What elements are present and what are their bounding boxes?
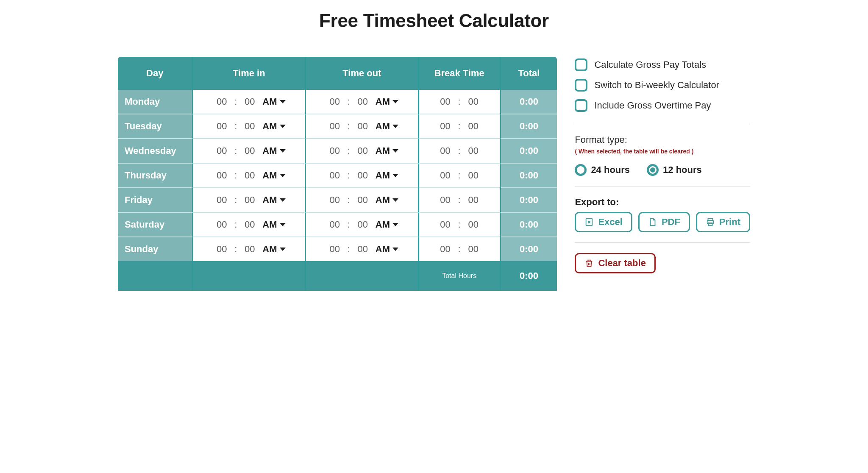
break-minutes-input[interactable] [464, 194, 483, 206]
break-hours-input[interactable] [436, 219, 455, 231]
time-in-minutes-input[interactable] [240, 219, 259, 231]
time-in-ampm-select[interactable]: AM [262, 145, 285, 156]
colon: : [348, 145, 350, 156]
radio-dot-icon [650, 167, 655, 173]
time-in-cell: :AM [193, 139, 306, 164]
time-out-ampm-select[interactable]: AM [376, 170, 398, 181]
colon: : [458, 219, 461, 230]
break-minutes-input[interactable] [464, 243, 483, 255]
export-excel-button[interactable]: Excel [575, 212, 632, 232]
chevron-down-icon [392, 174, 398, 177]
day-cell: Friday [118, 188, 193, 213]
chevron-down-icon [280, 198, 286, 202]
time-out-minutes-input[interactable] [353, 219, 372, 231]
time-in-hours-input[interactable] [212, 120, 231, 132]
time-in-ampm-select[interactable]: AM [262, 121, 285, 132]
time-out-ampm-select[interactable]: AM [376, 145, 398, 156]
time-out-ampm-select[interactable]: AM [376, 244, 398, 255]
ampm-label: AM [376, 244, 390, 255]
break-hours-input[interactable] [436, 96, 455, 108]
time-in-cell: :AM [193, 188, 306, 213]
footer-spacer-3 [306, 261, 419, 291]
time-out-minutes-input[interactable] [353, 243, 372, 255]
time-out-hours-input[interactable] [326, 243, 344, 255]
pdf-icon [648, 217, 657, 227]
break-hours-input[interactable] [436, 145, 455, 157]
time-in-minutes-input[interactable] [240, 194, 259, 206]
time-in-ampm-select[interactable]: AM [262, 219, 285, 230]
time-out-minutes-input[interactable] [353, 96, 372, 108]
time-out-hours-input[interactable] [326, 194, 344, 206]
time-out-minutes-input[interactable] [353, 170, 372, 181]
radio-24-hours[interactable]: 24 hours [575, 164, 630, 176]
time-out-ampm-select[interactable]: AM [376, 96, 398, 107]
time-out-hours-input[interactable] [326, 219, 344, 231]
day-cell: Thursday [118, 164, 193, 188]
time-in-hours-input[interactable] [212, 170, 231, 181]
time-out-ampm-select[interactable]: AM [376, 195, 398, 206]
time-out-hours-input[interactable] [326, 170, 344, 181]
time-in-minutes-input[interactable] [240, 96, 259, 108]
time-in-minutes-input[interactable] [240, 145, 259, 157]
time-in-minutes-input[interactable] [240, 243, 259, 255]
break-cell: : [419, 114, 501, 139]
trash-icon [584, 259, 594, 268]
colon: : [234, 96, 237, 107]
footer-spacer-1 [118, 261, 193, 291]
time-in-ampm-select[interactable]: AM [262, 195, 285, 206]
checkbox-overtime[interactable]: Include Gross Overtime Pay [575, 99, 750, 112]
time-in-hours-input[interactable] [212, 243, 231, 255]
time-out-cell: :AM [306, 114, 419, 139]
row-total: 0:00 [501, 90, 557, 114]
break-minutes-input[interactable] [464, 120, 483, 132]
break-cell: : [419, 90, 501, 114]
checkbox-gross-pay[interactable]: Calculate Gross Pay Totals [575, 58, 750, 71]
clear-table-button[interactable]: Clear table [575, 253, 656, 273]
colon: : [348, 219, 350, 230]
time-out-minutes-input[interactable] [353, 145, 372, 157]
export-excel-label: Excel [598, 217, 623, 228]
time-out-hours-input[interactable] [326, 145, 344, 157]
time-out-ampm-select[interactable]: AM [376, 121, 398, 132]
colon: : [348, 96, 350, 107]
break-hours-input[interactable] [436, 120, 455, 132]
time-in-minutes-input[interactable] [240, 170, 259, 181]
chevron-down-icon [392, 198, 398, 202]
break-minutes-input[interactable] [464, 96, 483, 108]
time-in-ampm-select[interactable]: AM [262, 170, 285, 181]
chevron-down-icon [280, 174, 286, 177]
break-hours-input[interactable] [436, 170, 455, 181]
col-time-in: Time in [193, 57, 306, 90]
radio-24-label: 24 hours [591, 164, 630, 175]
break-hours-input[interactable] [436, 243, 455, 255]
ampm-label: AM [262, 121, 277, 132]
colon: : [348, 195, 350, 206]
time-in-hours-input[interactable] [212, 96, 231, 108]
break-minutes-input[interactable] [464, 219, 483, 231]
time-out-cell: :AM [306, 237, 419, 261]
ampm-label: AM [376, 195, 390, 206]
export-print-button[interactable]: Print [696, 212, 750, 232]
table-row: Tuesday:AM:AM:0:00 [118, 114, 557, 139]
break-hours-input[interactable] [436, 194, 455, 206]
export-pdf-button[interactable]: PDF [638, 212, 690, 232]
time-out-cell: :AM [306, 164, 419, 188]
time-in-minutes-input[interactable] [240, 120, 259, 132]
checkbox-biweekly[interactable]: Switch to Bi-weekly Calculator [575, 79, 750, 92]
ampm-label: AM [262, 145, 277, 156]
time-in-ampm-select[interactable]: AM [262, 96, 285, 107]
time-in-hours-input[interactable] [212, 194, 231, 206]
time-out-minutes-input[interactable] [353, 194, 372, 206]
time-in-hours-input[interactable] [212, 145, 231, 157]
time-in-cell: :AM [193, 90, 306, 114]
time-out-minutes-input[interactable] [353, 120, 372, 132]
time-out-hours-input[interactable] [326, 96, 344, 108]
radio-12-hours[interactable]: 12 hours [647, 164, 702, 176]
time-out-hours-input[interactable] [326, 120, 344, 132]
time-in-hours-input[interactable] [212, 219, 231, 231]
break-minutes-input[interactable] [464, 145, 483, 157]
time-out-ampm-select[interactable]: AM [376, 219, 398, 230]
colon: : [458, 195, 461, 206]
time-in-ampm-select[interactable]: AM [262, 244, 285, 255]
break-minutes-input[interactable] [464, 170, 483, 181]
